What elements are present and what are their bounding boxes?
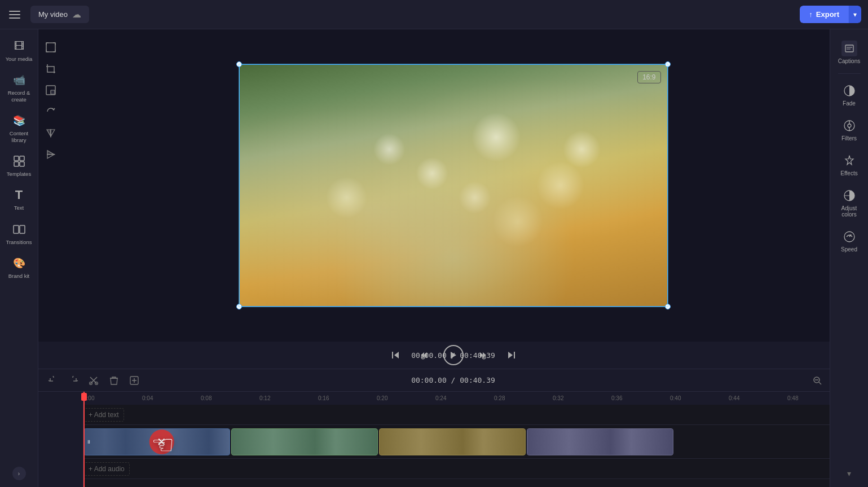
skip-to-start-button[interactable] [387, 347, 404, 364]
svg-rect-5 [20, 225, 25, 233]
clip-3-frames [380, 429, 525, 455]
playhead-indicator [83, 392, 85, 405]
svg-rect-0 [14, 156, 19, 161]
svg-marker-13 [47, 154, 54, 158]
brand-kit-icon: 🎨 [11, 255, 27, 271]
transitions-icon [11, 222, 27, 237]
chevron-down-icon: ▾ [853, 11, 857, 19]
cloud-icon: ☁ [72, 9, 81, 20]
clip-delete-overlay[interactable]: ✕ [149, 430, 174, 454]
add-text-button[interactable]: + Add text [83, 408, 124, 422]
adjust-colors-icon [841, 188, 857, 203]
svg-rect-37 [845, 45, 853, 52]
video-clip-2[interactable] [231, 428, 378, 455]
clips-container: ✕ ⏸ [83, 428, 673, 455]
adjust-colors-panel-item[interactable]: Adjustcolors [834, 183, 865, 222]
playback-controls: 5 5 00:00.00 / 00:40.39 [38, 342, 868, 369]
flower-overlay [240, 65, 667, 306]
resize-handle-bottom-left[interactable] [236, 304, 242, 309]
pip-tool-button[interactable] [42, 81, 60, 99]
resize-handle-bottom-right[interactable] [665, 304, 671, 309]
zoom-out-button[interactable] [809, 373, 825, 388]
your-media-icon: 🎞 [11, 38, 27, 54]
clip-4-frames [527, 429, 673, 455]
tracks-container: T + Add text ⏸ [38, 405, 868, 487]
crop-tool-button[interactable] [42, 60, 60, 78]
track-labels-panel [38, 405, 83, 487]
fade-panel-item[interactable]: Fade [834, 78, 865, 111]
speed-panel-item[interactable]: Speed [834, 224, 865, 257]
sidebar-item-content-library[interactable]: 📚 Contentlibrary [2, 108, 36, 148]
add-to-favorites-button[interactable] [126, 373, 142, 388]
svg-rect-6 [46, 43, 55, 52]
sidebar-label-transitions: Transitions [6, 239, 32, 245]
filters-icon [841, 118, 857, 134]
rotate-tool-button[interactable] [42, 103, 60, 121]
add-audio-button[interactable]: + Add audio [83, 462, 130, 476]
svg-text:5: 5 [422, 356, 424, 359]
delete-button[interactable] [106, 373, 122, 388]
svg-marker-9 [47, 130, 51, 136]
right-panel-divider-1 [838, 73, 861, 74]
record-icon: 📹 [11, 72, 27, 88]
captions-panel-item[interactable]: Captions [834, 36, 865, 69]
aspect-ratio-badge: 16:9 [637, 71, 660, 83]
export-button[interactable]: ↑ Export [800, 6, 848, 23]
timeline-area: 00:00.00 / 00:40.39 [38, 369, 868, 487]
svg-rect-8 [51, 90, 55, 94]
templates-icon [11, 153, 27, 169]
cut-button[interactable] [86, 373, 102, 388]
export-dropdown-button[interactable]: ▾ [848, 6, 861, 23]
undo-button[interactable] [45, 373, 61, 388]
sidebar-label-content-library: Contentlibrary [10, 130, 28, 143]
svg-marker-10 [51, 130, 55, 136]
sidebar-collapse-button[interactable]: › [12, 467, 26, 480]
svg-line-31 [819, 382, 821, 384]
sidebar-item-text[interactable]: T Text [2, 183, 36, 215]
filters-panel-item[interactable]: Filters [834, 113, 865, 146]
flip-h-tool-button[interactable] [42, 124, 60, 142]
svg-rect-23 [514, 352, 515, 358]
play-button[interactable] [443, 345, 464, 365]
svg-marker-22 [508, 352, 513, 358]
video-clip-1[interactable]: ✕ ⏸ [83, 428, 230, 455]
sidebar-label-your-media: Your media [6, 56, 33, 62]
sidebar-item-record-create[interactable]: 📹 Record &create [2, 68, 36, 107]
top-bar: My video ☁ ↑ Export ▾ [0, 0, 868, 29]
forward-button[interactable]: 5 [475, 347, 492, 364]
playhead-line [83, 405, 85, 487]
resize-handle-top-left[interactable] [236, 61, 242, 67]
sidebar-item-templates[interactable]: Templates [2, 149, 36, 181]
ruler-marks: 0:00 0:04 0:08 0:12 0:16 0:20 0:24 0:28 … [83, 395, 846, 401]
left-sidebar: 🎞 Your media 📹 Record &create 📚 Contentl… [0, 29, 38, 487]
svg-rect-2 [14, 162, 19, 166]
effects-panel-item[interactable]: Effects [834, 148, 865, 181]
sidebar-label-text: Text [14, 205, 24, 211]
captions-icon [841, 41, 857, 56]
video-tools [38, 29, 63, 342]
export-arrow-icon: ↑ [809, 10, 813, 19]
text-icon: T [11, 187, 27, 203]
sidebar-label-record-create: Record &create [8, 90, 30, 103]
redo-button[interactable] [65, 373, 81, 388]
sidebar-item-transitions[interactable]: Transitions [2, 217, 36, 250]
video-clip-3[interactable] [379, 428, 526, 455]
video-title-tab[interactable]: My video ☁ [30, 6, 89, 23]
sidebar-item-your-media[interactable]: 🎞 Your media [2, 34, 36, 67]
skip-to-end-button[interactable] [503, 347, 520, 364]
right-panel-chevron-down[interactable]: ▾ [847, 469, 851, 478]
video-clip-4[interactable] [527, 428, 673, 455]
rewind-button[interactable]: 5 [415, 347, 432, 364]
sidebar-label-brand-kit: Brand kit [8, 273, 30, 279]
export-label: Export [816, 10, 839, 19]
fade-label: Fade [843, 100, 856, 107]
sidebar-item-brand-kit[interactable]: 🎨 Brand kit [2, 251, 36, 284]
svg-point-42 [848, 124, 851, 127]
resize-handle-top-right[interactable] [665, 61, 671, 67]
preview-area: 16:9 ? ‹ [38, 29, 868, 342]
menu-button[interactable] [7, 6, 25, 24]
svg-rect-4 [14, 225, 19, 233]
flip-v-tool-button[interactable] [42, 145, 60, 163]
effects-icon [841, 153, 857, 169]
expand-tool-button[interactable] [42, 38, 60, 56]
